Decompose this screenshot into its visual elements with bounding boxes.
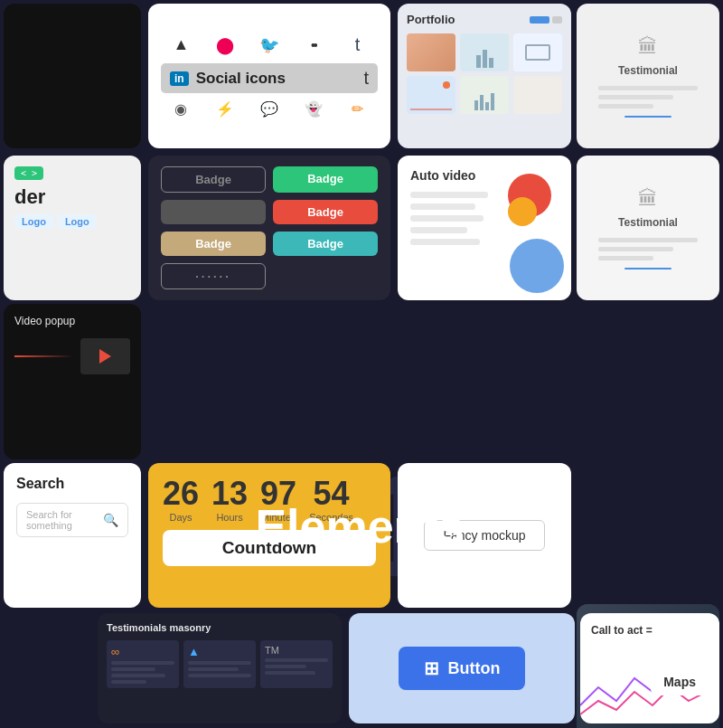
button-demo-card: ⊞ Button bbox=[349, 613, 575, 723]
icon-dribbble: ⬤ bbox=[205, 34, 246, 55]
logo-badge-1-abs: Logo bbox=[14, 214, 53, 229]
video-popup-card-abs: Video popup bbox=[4, 304, 141, 459]
search-title: Search bbox=[16, 476, 64, 492]
portfolio-card-abs: Portfolio bbox=[398, 4, 571, 148]
search-placeholder: Search for something bbox=[26, 509, 98, 531]
video-thumb[interactable] bbox=[80, 338, 130, 374]
icon-tumblr: t bbox=[337, 34, 378, 55]
icon-arch: ▲ bbox=[161, 34, 202, 55]
badges-card-abs: Badge Badge ····· ··· Badge Badge Badge … bbox=[148, 156, 390, 300]
badge-dots2-abs[interactable]: ······ bbox=[161, 263, 266, 289]
badge-green-abs[interactable]: Badge bbox=[273, 166, 378, 193]
badge-teal-abs[interactable]: Badge bbox=[273, 232, 378, 256]
maps-label-abs: Maps bbox=[651, 668, 709, 695]
badge-tan-abs[interactable]: Badge bbox=[161, 232, 266, 256]
social-icons-card-abs: ▲ ⬤ 🐦 •• t in Social icons t ◉ ⚡ 💬 👻 ✏ bbox=[148, 4, 390, 148]
countdown-days-label: Days bbox=[169, 512, 192, 523]
masonry-icon-1: ∞ bbox=[111, 645, 174, 658]
testimonials-masonry-title: Testimonials masonry bbox=[107, 622, 211, 633]
search-icon: 🔍 bbox=[103, 513, 118, 527]
icon-flickr: •• bbox=[293, 34, 333, 55]
call-to-act-title: Call to act = bbox=[591, 624, 653, 637]
button-label: Button bbox=[448, 659, 501, 678]
video-popup-label-abs: Video popup bbox=[14, 315, 75, 327]
badge-red-abs[interactable]: Badge bbox=[273, 200, 378, 224]
countdown-days: 26 bbox=[163, 477, 199, 510]
badge-dots-abs[interactable]: ····· ··· bbox=[161, 200, 266, 224]
testimonials-masonry-card: Testimonials masonry ∞ ▲ TM bbox=[98, 613, 342, 723]
testimonial2-label: Testimonial bbox=[618, 216, 678, 229]
search-input-wrapper[interactable]: Search for something 🔍 bbox=[16, 503, 128, 537]
icon-whatsapp: 💬 bbox=[249, 100, 290, 118]
icon-snapchat: 👻 bbox=[293, 100, 333, 118]
demo-button[interactable]: ⊞ Button bbox=[399, 647, 526, 690]
testimonial-full-card-abs: 🏛 Testimonial bbox=[577, 156, 719, 300]
icon-deviantart: ⚡ bbox=[205, 100, 246, 118]
auto-video-title-abs: Auto video bbox=[410, 168, 475, 183]
testimonial-label-abs: Testimonial bbox=[618, 64, 678, 77]
countdown-hours-label: Hours bbox=[216, 512, 242, 523]
badge-outline-abs[interactable]: Badge bbox=[161, 166, 266, 193]
testimonial-icon-abs: 🏛 bbox=[638, 35, 658, 59]
social-icons-title: Social icons bbox=[196, 70, 286, 88]
auto-video-card-abs: Auto video bbox=[398, 156, 571, 300]
button-icon: ⊞ bbox=[424, 657, 439, 679]
icon-chrome: ◉ bbox=[161, 100, 202, 118]
icon-twitter: 🐦 bbox=[249, 34, 290, 55]
logo-badge-2-abs: Logo bbox=[58, 214, 97, 229]
video-timeline bbox=[14, 355, 73, 357]
elements-main-title: Elements bbox=[255, 499, 464, 553]
masonry-icon-2: ▲ bbox=[188, 645, 251, 658]
masonry-icon-3: TM bbox=[265, 645, 328, 656]
search-card: Search Search for something 🔍 bbox=[4, 463, 141, 608]
icon-blogger: ✏ bbox=[337, 100, 378, 118]
testimonial2-icon: 🏛 bbox=[638, 187, 658, 211]
main-layout: ▲ ⬤ 🐦 •• t in Social icons t ◉ ⚡ 💬 👻 ✏ P… bbox=[0, 0, 723, 728]
portfolio-title-abs: Portfolio bbox=[407, 13, 455, 26]
linkedin-badge: in bbox=[170, 71, 189, 86]
yellow-circle bbox=[508, 197, 537, 226]
code-badge-abs: < > bbox=[14, 166, 43, 180]
play-icon-abs bbox=[99, 349, 111, 364]
testimonial-card-abs: 🏛 Testimonial bbox=[577, 4, 719, 148]
dark-video-card bbox=[4, 4, 141, 148]
countdown-hours: 13 bbox=[211, 477, 248, 510]
blue-circle bbox=[510, 239, 564, 293]
slider-card-abs: < > der Logo Logo bbox=[4, 156, 141, 300]
slider-header: der bbox=[14, 185, 45, 209]
tumblr-end-icon: t bbox=[363, 68, 369, 89]
